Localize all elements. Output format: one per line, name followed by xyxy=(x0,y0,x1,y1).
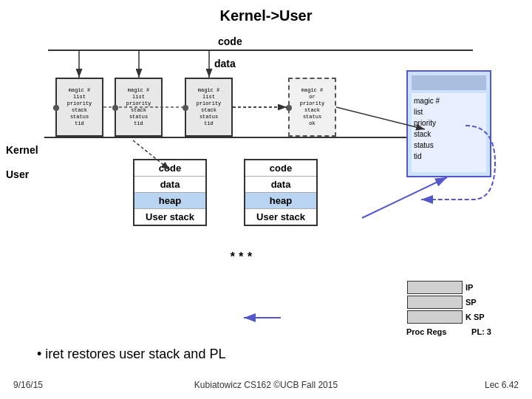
sp-bar xyxy=(407,296,463,309)
proc-regs-footer: Proc Regs PL: 3 xyxy=(406,325,491,336)
box-dot-3 xyxy=(183,105,188,111)
star-separator: *** xyxy=(229,251,255,265)
page-title: Kernel->User xyxy=(0,0,532,24)
right-userstack-row: User stack xyxy=(245,209,316,225)
top-data-label: data xyxy=(214,58,236,69)
right-heap-row: heap xyxy=(245,193,316,209)
left-userstack-row: User stack xyxy=(134,209,205,225)
kernel-box-1: magic #listprioritystackstatustid xyxy=(55,78,103,137)
right-code-row: code xyxy=(245,160,316,177)
page-container: Kernel->User code data Kernel User magic… xyxy=(0,0,532,399)
ksp-bar xyxy=(407,310,463,324)
magic-box-text: magic #listprioritystackstatustid xyxy=(414,97,440,160)
top-code-label: code xyxy=(218,35,242,47)
kernel-box-3: magic #listprioritystackstatustid xyxy=(185,78,233,137)
sp-row: SP xyxy=(406,296,491,309)
ip-bar xyxy=(407,281,463,294)
footer-lecture: Lec 6.42 xyxy=(485,380,519,390)
box-dot-2 xyxy=(112,105,118,111)
large-kernel-struct-box: magic #listprioritystackstatustid xyxy=(406,70,491,177)
footer-date: 9/16/15 xyxy=(13,380,43,390)
box-dot-1 xyxy=(53,105,59,111)
box-dot-4 xyxy=(286,105,292,111)
svg-line-10 xyxy=(362,177,447,218)
sp-label: SP xyxy=(466,298,491,307)
ksp-row: K SP xyxy=(406,310,491,324)
ip-label: IP xyxy=(466,283,491,292)
right-data-row: data xyxy=(245,177,316,193)
proc-regs-area: IP SP K SP Proc Regs PL: 3 xyxy=(406,281,491,336)
left-data-row: data xyxy=(134,177,205,193)
left-heap-row: heap xyxy=(134,193,205,209)
pl-value: PL: 3 xyxy=(471,327,491,336)
right-stack-box: code data heap User stack xyxy=(244,159,318,226)
left-stack-box: code data heap User stack xyxy=(133,159,207,226)
user-label: User xyxy=(6,168,29,180)
left-code-row: code xyxy=(134,160,205,177)
bullet-text: • iret restores user stack and PL xyxy=(37,347,225,362)
footer-course: Kubiatowicz CS162 ©UCB Fall 2015 xyxy=(194,380,338,390)
proc-regs-text: Proc Regs xyxy=(406,327,446,336)
kernel-box-4-dashed: magic #orprioritystackstatusok xyxy=(288,78,336,137)
user-stack-area: code data heap User stack code data heap… xyxy=(133,159,318,226)
kernel-label: Kernel xyxy=(6,144,38,156)
ip-row: IP xyxy=(406,281,491,294)
ksp-label: K SP xyxy=(466,313,491,321)
kernel-box-2: magic #listprioritystackstatustid xyxy=(115,78,163,137)
